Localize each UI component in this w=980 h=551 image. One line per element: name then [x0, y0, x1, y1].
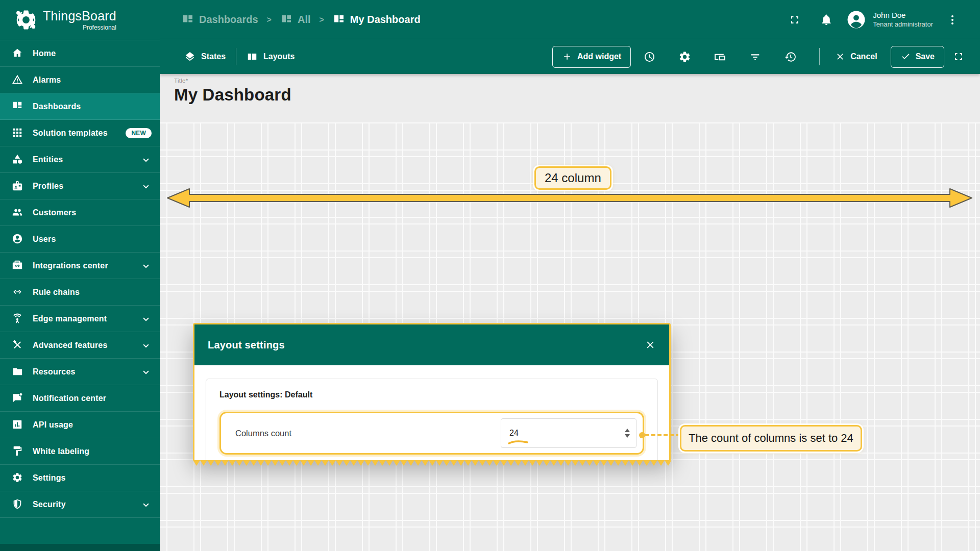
sidebar-item-label: Profiles: [33, 182, 63, 191]
sidebar-item-label: Alarms: [33, 76, 61, 85]
sidebar-item-security[interactable]: Security: [0, 491, 160, 518]
chevron-down-icon: [140, 181, 152, 192]
brand-name: ThingsBoard: [43, 9, 116, 23]
time-window-icon: [643, 51, 656, 63]
sidebar-item-edge-management[interactable]: Edge management: [0, 306, 160, 332]
cancel-button[interactable]: Cancel: [835, 52, 877, 62]
sidebar-item-users[interactable]: Users: [0, 226, 160, 253]
sidebar-item-label: Security: [33, 500, 66, 509]
dashboard-title: My Dashboard: [174, 85, 980, 105]
sidebar-item-white-labeling[interactable]: White labeling: [0, 438, 160, 465]
sidebar-item-label: Solution templates: [33, 129, 108, 138]
sidebar-item-label: White labeling: [33, 447, 89, 456]
topbar-right: John Doe Tenant administrator: [789, 10, 959, 29]
layout-settings-dialog: Layout settings Layout settings: Default…: [193, 323, 671, 460]
filters-button[interactable]: [738, 51, 773, 63]
thingsboard-logo-icon: [14, 8, 38, 32]
breadcrumb-label: Dashboards: [199, 14, 258, 26]
resources-icon: [12, 366, 24, 378]
close-icon[interactable]: [645, 339, 656, 350]
time-window-button[interactable]: [632, 51, 667, 63]
fullscreen-icon[interactable]: [789, 14, 801, 26]
column-count-callout: 24 column: [534, 166, 611, 190]
filters-icon: [749, 51, 762, 63]
add-widget-button[interactable]: Add widget: [552, 46, 631, 68]
save-button[interactable]: Save: [891, 46, 944, 68]
white-labeling-icon: [12, 445, 24, 458]
sidebar-item-customers[interactable]: Customers: [0, 199, 160, 226]
notification-center-icon: [12, 392, 24, 405]
breadcrumb-item-dashboards[interactable]: Dashboards: [182, 14, 258, 26]
dashboard-toolbar: States Layouts Add widget Cancel Save: [160, 39, 980, 74]
user-name: John Doe: [873, 11, 933, 20]
dashboards-icon: [280, 14, 292, 26]
breadcrumb-item-all[interactable]: All: [280, 14, 311, 26]
dashboards-icon: [182, 14, 194, 26]
chevron-down-icon: [140, 499, 152, 510]
stepper-increment-button[interactable]: [625, 429, 630, 432]
notifications-bell-icon[interactable]: [820, 14, 832, 26]
sidebar-item-rule-chains[interactable]: Rule chains: [0, 279, 160, 306]
dashboard-settings-button[interactable]: [667, 51, 702, 63]
sidebar-item-profiles[interactable]: Profiles: [0, 173, 160, 199]
sidebar-item-label: Home: [33, 49, 56, 58]
topbar: Dashboards>All>My Dashboard John Doe Ten…: [160, 0, 980, 39]
version-control-icon: [784, 51, 797, 63]
more-menu-dots-icon[interactable]: [946, 14, 959, 26]
sidebar-item-home[interactable]: Home: [0, 40, 160, 67]
breadcrumb-item-my-dashboard[interactable]: My Dashboard: [333, 14, 421, 26]
dialog-title: Layout settings: [208, 339, 285, 351]
sidebar-item-label: Advanced features: [33, 341, 108, 350]
sidebar-item-alarms[interactable]: Alarms: [0, 67, 160, 93]
sidebar-item-entities[interactable]: Entities: [0, 146, 160, 173]
states-button[interactable]: States: [184, 51, 226, 62]
breadcrumb: Dashboards>All>My Dashboard: [182, 14, 421, 26]
close-icon: [835, 52, 845, 62]
columns-count-field: [501, 418, 636, 448]
entity-aliases-button[interactable]: [702, 51, 738, 63]
sidebar-item-api-usage[interactable]: API usage: [0, 412, 160, 438]
user-role: Tenant administrator: [873, 20, 933, 29]
version-control-button[interactable]: [773, 51, 808, 63]
customers-icon: [12, 207, 24, 219]
dashboards-icon: [12, 101, 24, 113]
dashboard-title-field[interactable]: Title* My Dashboard: [160, 74, 980, 105]
dialog-body: Layout settings: Default Columns count: [194, 365, 669, 460]
integrations-icon: [12, 260, 24, 272]
logo[interactable]: ThingsBoard Professional: [0, 0, 160, 40]
chevron-down-icon: [140, 260, 152, 271]
security-icon: [12, 498, 24, 511]
brand-text: ThingsBoard Professional: [43, 9, 116, 31]
home-icon: [12, 47, 24, 60]
alarms-icon: [12, 74, 24, 86]
sidebar-item-settings[interactable]: Settings: [0, 465, 160, 491]
layout-settings-card: Layout settings: Default Columns count: [206, 379, 658, 460]
sidebar-item-label: Edge management: [33, 314, 107, 323]
check-icon: [900, 52, 911, 62]
sidebar-item-dashboards[interactable]: Dashboards: [0, 93, 160, 120]
number-stepper: [622, 419, 632, 447]
avatar[interactable]: [847, 10, 866, 29]
sidebar-item-integrations-center[interactable]: Integrations center: [0, 253, 160, 279]
columns-count-label: Columns count: [235, 429, 291, 438]
layout-settings-section-title: Layout settings: Default: [219, 390, 644, 399]
layouts-button[interactable]: Layouts: [247, 51, 295, 62]
breadcrumb-separator: >: [320, 15, 324, 24]
breadcrumb-label: All: [298, 14, 311, 26]
layout-icon: [247, 51, 258, 62]
breadcrumb-label: My Dashboard: [350, 14, 421, 26]
sidebar-item-notification-center[interactable]: Notification center: [0, 385, 160, 412]
chevron-down-icon: [140, 340, 152, 351]
sidebar-item-resources[interactable]: Resources: [0, 359, 160, 385]
fullscreen-icon[interactable]: [952, 51, 965, 63]
sidebar: ThingsBoard Professional HomeAlarmsDashb…: [0, 0, 160, 551]
layouts-label: Layouts: [263, 52, 295, 61]
users-icon: [12, 233, 24, 245]
edge-management-icon: [12, 313, 24, 325]
thingsboard-app: ThingsBoard Professional HomeAlarmsDashb…: [0, 0, 980, 551]
sidebar-item-solution-templates[interactable]: Solution templatesNEW: [0, 120, 160, 146]
sidebar-item-advanced-features[interactable]: Advanced features: [0, 332, 160, 359]
sidebar-item-label: Entities: [33, 155, 63, 164]
stepper-decrement-button[interactable]: [625, 434, 630, 438]
user-info[interactable]: John Doe Tenant administrator: [873, 11, 933, 29]
